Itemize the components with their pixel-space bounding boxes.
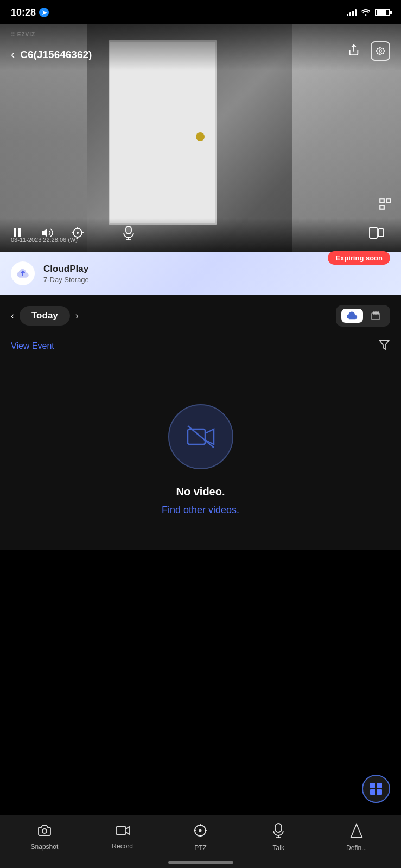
- no-video-icon-circle: [168, 404, 233, 469]
- svg-rect-2: [380, 199, 384, 203]
- svg-marker-37: [351, 824, 362, 837]
- cloud-storage-button[interactable]: [341, 309, 363, 323]
- svg-rect-34: [275, 824, 282, 832]
- svg-rect-14: [126, 226, 131, 234]
- status-time: 10:28 ➤: [11, 7, 49, 18]
- date-navigation: ‹ Today ›: [0, 295, 401, 332]
- svg-rect-5: [14, 228, 16, 237]
- define-label: Defin...: [346, 844, 367, 852]
- nav-define[interactable]: Defin...: [317, 823, 396, 852]
- view-event-link[interactable]: View Event: [11, 341, 54, 351]
- talk-icon: [272, 823, 284, 841]
- svg-rect-3: [386, 199, 391, 203]
- view-event-row: View Event: [0, 332, 401, 360]
- battery-icon: [375, 9, 390, 16]
- home-indicator: [168, 861, 233, 864]
- record-icon: [115, 825, 130, 840]
- expiring-badge: Expiring soon: [328, 251, 390, 265]
- svg-rect-27: [116, 827, 126, 834]
- svg-marker-7: [42, 228, 47, 237]
- no-video-area: No video. Find other videos.: [0, 360, 401, 550]
- cloudplay-title: CloudPlay: [43, 264, 89, 275]
- camera-view: ⠿ EZVIZ ‹ C6(J15646362): [0, 24, 401, 252]
- nav-record[interactable]: Record: [84, 825, 162, 850]
- define-icon: [350, 823, 363, 841]
- no-video-text: No video.: [176, 486, 225, 498]
- svg-point-26: [42, 829, 47, 833]
- snapshot-icon: [37, 824, 52, 840]
- svg-marker-23: [379, 340, 389, 349]
- prev-date-button[interactable]: ‹: [11, 310, 14, 322]
- svg-point-13: [77, 232, 79, 234]
- current-date-pill[interactable]: Today: [20, 306, 70, 326]
- svg-point-1: [379, 50, 381, 52]
- cloudplay-info: CloudPlay 7-Day Storage: [43, 264, 89, 284]
- date-nav-left: ‹ Today ›: [11, 306, 79, 326]
- share-icon[interactable]: [348, 44, 360, 59]
- time-display: 10:28: [11, 7, 36, 18]
- filter-icon[interactable]: [378, 339, 390, 353]
- svg-rect-24: [188, 429, 205, 444]
- nav-talk[interactable]: Talk: [239, 823, 317, 852]
- ptz-icon: [193, 823, 208, 841]
- settings-button[interactable]: [371, 41, 390, 61]
- nav-ptz[interactable]: PTZ: [162, 823, 240, 852]
- bottom-nav: Snapshot Record PTZ: [0, 815, 401, 868]
- wifi-icon: [361, 8, 371, 17]
- fullscreen-icon[interactable]: [378, 197, 392, 214]
- svg-rect-17: [370, 227, 377, 238]
- mic-button[interactable]: [123, 226, 135, 244]
- svg-rect-18: [378, 229, 384, 237]
- signal-icon: [347, 9, 357, 16]
- status-right: [347, 8, 390, 17]
- find-videos-link[interactable]: Find other videos.: [162, 505, 239, 516]
- camera-timestamp: 03-11-2023 22:28:06 (W): [11, 237, 78, 243]
- camera-title: C6(J15646362): [20, 49, 92, 61]
- cloudplay-subtitle: 7-Day Storage: [43, 276, 89, 284]
- svg-rect-6: [18, 228, 21, 237]
- talk-label: Talk: [273, 844, 284, 852]
- nav-snapshot[interactable]: Snapshot: [5, 824, 84, 851]
- svg-point-33: [199, 829, 202, 832]
- ptz-label: PTZ: [194, 844, 207, 852]
- sd-storage-button[interactable]: [366, 308, 385, 323]
- camera-controls: 03-11-2023 22:28:06 (W): [0, 218, 401, 252]
- svg-rect-4: [380, 205, 384, 209]
- snapshot-label: Snapshot: [31, 843, 59, 851]
- back-button[interactable]: ‹: [11, 48, 15, 62]
- cloudplay-banner[interactable]: CloudPlay 7-Day Storage Expiring soon: [0, 252, 401, 295]
- phone-view-button[interactable]: [368, 226, 385, 244]
- storage-toggle[interactable]: [336, 305, 390, 327]
- record-label: Record: [112, 843, 133, 850]
- grid-fab-button[interactable]: [362, 775, 390, 803]
- cloud-upload-icon: [11, 261, 35, 285]
- camera-header: ‹ C6(J15646362): [0, 24, 401, 71]
- next-date-button[interactable]: ›: [75, 310, 79, 322]
- status-bar: 10:28 ➤: [0, 0, 401, 24]
- location-icon: ➤: [39, 8, 49, 17]
